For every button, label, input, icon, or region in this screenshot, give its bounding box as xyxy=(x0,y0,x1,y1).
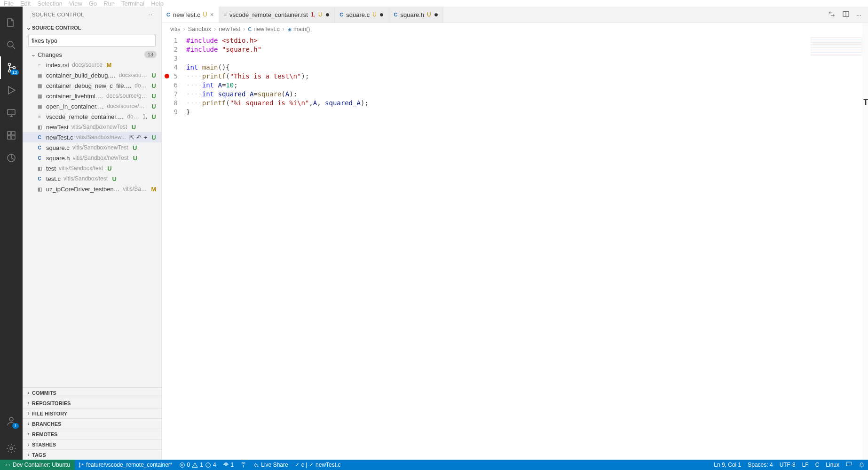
file-icon: ◧ xyxy=(36,164,43,172)
encoding[interactable]: UTF-8 xyxy=(776,462,799,468)
breadcrumb-item[interactable]: CnewTest.c xyxy=(248,26,280,32)
live-share[interactable]: Live Share xyxy=(250,460,291,470)
menu-selection[interactable]: Selection xyxy=(37,0,62,7)
split-editor-icon[interactable] xyxy=(842,10,850,19)
modified-dot-icon: ● xyxy=(434,11,439,18)
menu-edit[interactable]: Edit xyxy=(20,0,31,7)
feedback-icon[interactable] xyxy=(843,462,855,468)
section-branches[interactable]: ›BRANCHES xyxy=(23,418,161,429)
change-row[interactable]: ▦open_in_container.gifdocs/source/gen...… xyxy=(23,101,161,111)
file-name: square.h xyxy=(46,155,70,162)
ports-indicator[interactable]: 1 xyxy=(220,460,237,470)
more-actions-icon[interactable]: ··· xyxy=(856,11,861,18)
file-icon: ▦ xyxy=(36,92,43,100)
change-row[interactable]: ≡index.rstdocs/sourceM xyxy=(23,60,161,70)
commit-message-input[interactable] xyxy=(28,35,156,47)
close-icon[interactable]: × xyxy=(210,11,213,18)
section-remotes[interactable]: ›REMOTES xyxy=(23,429,161,439)
change-row[interactable]: ▦container_livehtml.gifdocs/source/ge...… xyxy=(23,91,161,101)
menu-go[interactable]: Go xyxy=(89,0,97,7)
open-file-icon[interactable]: ⇱ xyxy=(129,134,134,141)
settings-gear-icon[interactable] xyxy=(0,437,23,460)
file-status: M xyxy=(105,62,113,69)
file-icon: C xyxy=(36,133,43,141)
overview-ruler: T xyxy=(862,23,868,460)
changes-header[interactable]: ⌄ Changes 13 xyxy=(23,49,161,60)
change-row[interactable]: Ctest.cvitis/Sandbox/testU xyxy=(23,173,161,184)
compare-changes-icon[interactable] xyxy=(828,10,836,19)
chevron-right-icon: › xyxy=(25,390,32,395)
explorer-icon[interactable] xyxy=(0,11,23,34)
sidebar-more-icon[interactable]: ··· xyxy=(149,12,156,17)
chevron-down-icon: ⌄ xyxy=(31,51,38,58)
os-indicator[interactable]: Linux xyxy=(822,462,843,468)
code-editor[interactable]: 123456789 #include <stdio.h>#include "sq… xyxy=(162,35,868,460)
file-icon: ≡ xyxy=(224,12,227,17)
discard-icon[interactable]: ↶ xyxy=(136,134,142,141)
section-tags[interactable]: ›TAGS xyxy=(23,449,161,460)
run-debug-icon[interactable] xyxy=(0,79,23,102)
minimap[interactable] xyxy=(811,37,862,56)
file-status: U xyxy=(131,155,139,162)
breadcrumb-item[interactable]: newTest xyxy=(219,26,240,32)
eol[interactable]: LF xyxy=(799,462,812,468)
branch-indicator[interactable]: feature/vscode_remote_container* xyxy=(75,460,175,470)
breadcrumb-item[interactable]: vitis xyxy=(170,26,181,32)
file-path: vitis/Sandbox/newTest xyxy=(73,155,129,161)
menu-view[interactable]: View xyxy=(69,0,82,7)
indentation[interactable]: Spaces: 4 xyxy=(744,462,776,468)
build-status[interactable]: ✓c | ✓newTest.c xyxy=(292,460,344,470)
breadcrumb[interactable]: vitis›Sandbox›newTest›CnewTest.c›⊞main() xyxy=(162,23,868,35)
change-row[interactable]: ▦container_build_debug.gifdocs/sourc...U xyxy=(23,70,161,80)
file-icon: ≡ xyxy=(36,113,43,120)
menu-help[interactable]: Help xyxy=(151,0,164,7)
breadcrumb-item[interactable]: ⊞main() xyxy=(287,26,310,32)
notifications-icon[interactable] xyxy=(855,462,868,468)
problems-indicator[interactable]: 0 1 4 xyxy=(176,460,220,470)
accounts-icon[interactable]: 1 xyxy=(0,410,23,432)
radio-tower-icon[interactable] xyxy=(237,460,250,470)
menu-file[interactable]: File xyxy=(4,0,14,7)
menu-run[interactable]: Run xyxy=(103,0,115,7)
tab-newtest-c[interactable]: CnewTest.cU× xyxy=(162,7,219,23)
file-icon: ▦ xyxy=(36,102,43,110)
tab-square-h[interactable]: Csquare.hU● xyxy=(389,7,444,23)
file-path: vitis/Sandbox/newTest xyxy=(72,144,128,151)
change-row[interactable]: ◧testvitis/Sandbox/testU xyxy=(23,163,161,173)
scm-section-header[interactable]: ⌄ SOURCE CONTROL xyxy=(23,23,161,33)
search-icon[interactable] xyxy=(0,34,23,56)
file-status: U xyxy=(150,72,158,79)
change-row[interactable]: ▦container_debug_new_c_file.gifdocs/...U xyxy=(23,80,161,91)
change-row[interactable]: Csquare.hvitis/Sandbox/newTestU xyxy=(23,153,161,163)
file-status: U xyxy=(131,144,139,151)
tab-vscode-remote-container-rst[interactable]: ≡vscode_remote_container.rst1,U● xyxy=(219,7,335,23)
remote-indicator[interactable]: Dev Container: Ubuntu xyxy=(0,460,75,470)
change-row[interactable]: ◧uz_ipCoreDriver_testbenchvitis/Sand...M xyxy=(23,184,161,194)
cursor-position[interactable]: Ln 9, Col 1 xyxy=(710,462,744,468)
change-row[interactable]: CnewTest.cvitis/Sandbox/new...⇱↶+U xyxy=(23,132,161,142)
gitlens-icon[interactable] xyxy=(0,147,23,169)
stage-icon[interactable]: + xyxy=(143,134,147,141)
file-icon: ≡ xyxy=(36,61,43,69)
breadcrumb-item[interactable]: Sandbox xyxy=(188,26,211,32)
change-row[interactable]: ◧newTestvitis/Sandbox/newTestU xyxy=(23,122,161,132)
section-commits[interactable]: ›COMMITS xyxy=(23,387,161,398)
change-row[interactable]: ≡vscode_remote_container.rstdocs/...1,U xyxy=(23,111,161,122)
tab-square-c[interactable]: Csquare.cU● xyxy=(335,7,389,23)
file-icon: ▦ xyxy=(36,71,43,79)
source-control-icon[interactable]: 13 xyxy=(0,56,23,79)
file-name: open_in_container.gif xyxy=(46,103,104,110)
language-mode[interactable]: C xyxy=(812,462,823,468)
change-row[interactable]: Csquare.cvitis/Sandbox/newTestU xyxy=(23,142,161,153)
section-stashes[interactable]: ›STASHES xyxy=(23,439,161,449)
tab-label: square.h xyxy=(400,11,424,18)
tab-label: vscode_remote_container.rst xyxy=(229,11,308,18)
file-name: square.c xyxy=(46,144,70,151)
breakpoint-icon[interactable] xyxy=(165,74,169,78)
scm-badge: 13 xyxy=(10,70,19,75)
section-file-history[interactable]: ›FILE HISTORY xyxy=(23,408,161,418)
menu-terminal[interactable]: Terminal xyxy=(121,0,144,7)
remote-explorer-icon[interactable] xyxy=(0,102,23,124)
extensions-icon[interactable] xyxy=(0,124,23,147)
section-repositories[interactable]: ›REPOSITORIES xyxy=(23,398,161,408)
